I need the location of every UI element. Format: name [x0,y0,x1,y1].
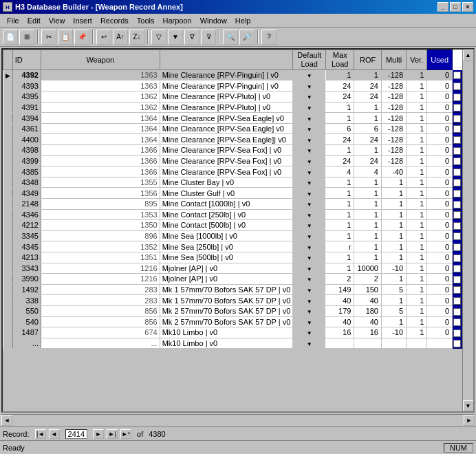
row-dropdown-button[interactable]: ▼ [293,177,326,188]
row-dropdown-button[interactable]: ▼ [293,188,326,199]
row-dropdown-button[interactable]: ▼ [293,284,326,295]
nav-first-button[interactable]: |◄ [35,429,46,439]
row-selector[interactable] [3,252,13,263]
cell-used[interactable] [453,338,462,349]
used-checkbox[interactable] [453,179,461,186]
used-checkbox[interactable] [453,201,461,208]
row-selector[interactable]: ▶ [3,70,13,80]
row-selector[interactable] [3,305,13,316]
used-checkbox[interactable] [453,94,461,101]
row-selector[interactable] [3,145,13,156]
cell-used[interactable] [453,199,462,210]
cell-used[interactable] [453,284,462,295]
cell-used[interactable] [453,274,462,285]
nav-last-button[interactable]: ►| [107,429,118,439]
cell-used[interactable] [453,155,462,166]
used-checkbox[interactable] [453,72,461,79]
row-dropdown-button[interactable]: ▼ [293,123,326,134]
row-selector[interactable] [3,91,13,102]
row-selector[interactable] [3,338,13,349]
row-selector[interactable] [3,134,13,145]
menu-insert[interactable]: Insert [69,16,96,25]
row-selector[interactable] [3,316,13,327]
tb-cut[interactable]: ✂ [41,30,56,45]
cell-used[interactable] [453,134,462,145]
row-dropdown-button[interactable]: ▼ [293,70,326,80]
cell-used[interactable] [453,305,462,316]
cell-used[interactable] [453,177,462,188]
row-selector[interactable] [3,327,13,338]
used-checkbox[interactable] [453,297,461,305]
row-dropdown-button[interactable]: ▼ [293,338,326,349]
hscroll-right-button[interactable]: ► [464,415,475,426]
row-dropdown-button[interactable]: ▼ [293,241,326,252]
row-dropdown-button[interactable]: ▼ [293,274,326,285]
row-selector[interactable] [3,80,13,91]
tb-sort-az[interactable]: A↑ [113,30,128,45]
row-dropdown-button[interactable]: ▼ [293,209,326,220]
vscroll-up-button[interactable]: ▲ [463,50,474,61]
used-checkbox[interactable] [453,136,461,144]
used-checkbox[interactable] [453,147,461,155]
hscroll-track[interactable] [12,415,464,426]
row-selector[interactable] [3,274,13,285]
row-selector[interactable] [3,155,13,166]
nav-next-button[interactable]: ► [93,429,104,439]
row-selector[interactable] [3,230,13,241]
menu-edit[interactable]: Edit [23,16,45,25]
used-checkbox[interactable] [453,158,461,165]
row-dropdown-button[interactable]: ▼ [293,295,326,306]
row-dropdown-button[interactable]: ▼ [293,263,326,274]
used-checkbox[interactable] [453,104,461,111]
cell-used[interactable] [453,91,462,102]
used-checkbox[interactable] [453,286,461,294]
row-selector[interactable] [3,284,13,295]
row-selector[interactable] [3,295,13,306]
used-checkbox[interactable] [453,125,461,133]
tb-filter3[interactable]: ∇ [184,30,199,45]
tb-search2[interactable]: 🔎 [239,30,255,45]
menu-view[interactable]: View [45,16,69,25]
cell-used[interactable] [453,252,462,263]
row-selector[interactable] [3,188,13,199]
tb-filter1[interactable]: ▽ [151,30,166,45]
menu-file[interactable]: File [3,16,23,25]
row-dropdown-button[interactable]: ▼ [293,80,326,91]
row-dropdown-button[interactable]: ▼ [293,230,326,241]
cell-used[interactable] [453,102,462,113]
row-selector[interactable] [3,123,13,134]
cell-used[interactable] [453,230,462,241]
used-checkbox[interactable] [453,308,461,316]
row-dropdown-button[interactable]: ▼ [293,327,326,338]
cell-used[interactable] [453,123,462,134]
tb-new[interactable]: 📄 [3,30,18,45]
menu-harpoon[interactable]: Harpoon [159,16,196,25]
row-selector[interactable] [3,102,13,113]
cell-used[interactable] [453,327,462,338]
row-dropdown-button[interactable]: ▼ [293,91,326,102]
row-dropdown-button[interactable]: ▼ [293,252,326,263]
cell-used[interactable] [453,70,462,80]
row-selector[interactable] [3,263,13,274]
tb-grid[interactable]: ⊞ [19,30,34,45]
cell-used[interactable] [453,209,462,220]
nav-prev-button[interactable]: ◄ [49,429,60,439]
used-checkbox[interactable] [453,190,461,197]
cell-used[interactable] [453,145,462,156]
tb-paste[interactable]: 📌 [74,30,89,45]
tb-filter4[interactable]: ⊽ [201,30,216,45]
row-selector[interactable] [3,113,13,124]
menu-tools[interactable]: Tools [133,16,159,25]
tb-extra[interactable]: ? [261,30,277,45]
tb-copy[interactable]: 📋 [58,30,73,45]
row-dropdown-button[interactable]: ▼ [293,220,326,231]
row-selector[interactable] [3,209,13,220]
row-dropdown-button[interactable]: ▼ [293,316,326,327]
used-checkbox[interactable] [453,211,461,219]
used-checkbox[interactable] [453,233,461,240]
cell-used[interactable] [453,188,462,199]
used-checkbox[interactable] [453,255,461,262]
table-scroll[interactable]: ID Weapon DefaultLoad MaxLoad ROF Multi … [3,50,462,411]
menu-records[interactable]: Records [96,16,133,25]
cell-used[interactable] [453,80,462,91]
